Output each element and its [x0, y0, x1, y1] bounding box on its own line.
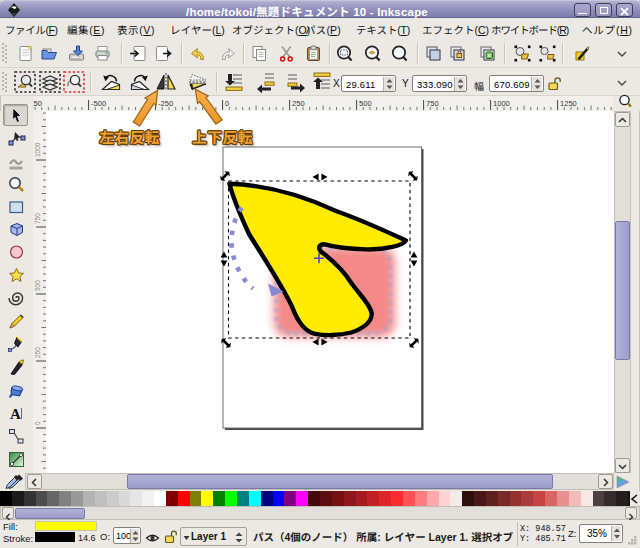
- svg-text:0: 0: [225, 99, 229, 108]
- svg-text:750: 750: [34, 213, 41, 224]
- svg-text:250: 250: [34, 347, 41, 358]
- svg-text:50: 50: [34, 99, 42, 108]
- svg-text:-250: -250: [158, 99, 173, 108]
- svg-text:A: A: [10, 406, 21, 422]
- svg-text:750: 750: [426, 99, 439, 108]
- svg-text:1000: 1000: [34, 142, 41, 157]
- svg-text:-500: -500: [91, 99, 106, 108]
- svg-text:1250: 1250: [560, 99, 577, 108]
- svg-text:0: 0: [34, 421, 41, 425]
- svg-text:1000: 1000: [493, 99, 510, 108]
- svg-text:500: 500: [359, 99, 372, 108]
- svg-text:500: 500: [34, 280, 41, 291]
- svg-text:250: 250: [292, 99, 305, 108]
